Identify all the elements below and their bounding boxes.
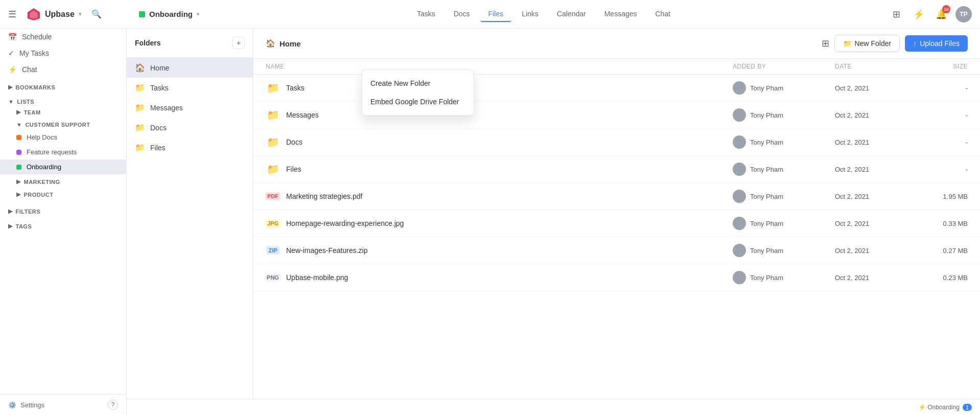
folder-icon: 📁 [266, 162, 280, 176]
user-avatar-small [733, 190, 746, 203]
file-name: Tasks [286, 84, 305, 92]
top-nav-right: ⊞ ⚡ 🔔 10 TP [888, 6, 972, 22]
view-toggle-button[interactable]: ⊞ [822, 38, 829, 49]
folder-item-docs[interactable]: 📁 Docs [127, 118, 253, 137]
notification-badge: 10 [942, 5, 950, 13]
sidebar-section-lists: ▼ Lists [0, 93, 126, 107]
filters-header[interactable]: ▶ Filters [8, 208, 118, 215]
feature-requests-color [16, 150, 21, 155]
marketing-chevron: ▶ [16, 178, 21, 185]
size-cell: 1.95 MB [917, 193, 968, 200]
search-icon[interactable]: 🔍 [91, 9, 102, 19]
size-cell: - [917, 139, 968, 146]
table-row[interactable]: 📁 Docs Tony Pham Oct 2, 2021 - [253, 129, 980, 156]
file-name: Homepage-rewarding-experience.jpg [286, 219, 404, 227]
table-row[interactable]: 📁 Files Tony Pham Oct 2, 2021 - [253, 156, 980, 183]
customer-support-header[interactable]: ▼ CUSTOMER SUPPORT [0, 122, 126, 130]
tags-chevron: ▶ [8, 223, 13, 229]
tags-header[interactable]: ▶ Tags [8, 223, 118, 229]
workspace-color-dot [139, 11, 145, 17]
sidebar-item-help-docs[interactable]: Help Docs [0, 130, 126, 145]
size-cell: 0.33 MB [917, 220, 968, 227]
product-header[interactable]: ▶ PRODUCT [0, 191, 126, 200]
lists-header[interactable]: ▼ Lists [8, 99, 118, 105]
sidebar-item-my-tasks[interactable]: ✓ My Tasks [0, 45, 126, 61]
table-row[interactable]: PDF Marketing strategies.pdf Tony Pham O… [253, 183, 980, 210]
bookmarks-header[interactable]: ▶ Bookmarks [8, 84, 118, 90]
user-name: Tony Pham [750, 166, 783, 173]
tab-calendar[interactable]: Calendar [549, 7, 594, 22]
app-name-chevron: ▾ [79, 11, 81, 17]
sidebar-section-tags: ▶ Tags [0, 217, 126, 232]
product-chevron: ▶ [16, 191, 21, 198]
tab-docs[interactable]: Docs [446, 7, 478, 22]
table-row[interactable]: JPG Homepage-rewarding-experience.jpg To… [253, 210, 980, 237]
file-name: Files [286, 165, 301, 173]
file-name-cell: 📁 Tasks [266, 81, 733, 95]
embed-google-drive-menu-item[interactable]: Embed Google Drive Folder [362, 93, 474, 111]
sidebar-item-onboarding[interactable]: Onboarding [0, 159, 126, 174]
tab-files[interactable]: Files [480, 7, 512, 22]
top-navigation: ☰ Upbase ▾ 🔍 Onboarding ▾ Tasks Docs Fil… [0, 0, 980, 29]
messages-folder-icon: 📁 [135, 103, 145, 112]
folder-item-tasks[interactable]: 📁 Tasks [127, 78, 253, 98]
user-cell: Tony Pham [733, 163, 835, 176]
sidebar: 📅 Schedule ✓ My Tasks ⚡ Chat ▶ Bookmarks… [0, 29, 127, 415]
new-folder-button[interactable]: 📁 New Folder [834, 35, 900, 52]
user-avatar[interactable]: TP [955, 6, 972, 22]
workspace-chevron[interactable]: ▾ [197, 11, 199, 17]
sidebar-chat-label: Chat [22, 65, 37, 74]
svg-point-9 [735, 171, 743, 176]
file-name: New-images-Features.zip [286, 246, 368, 255]
settings-label: Settings [20, 401, 44, 409]
feature-requests-label: Feature requests [27, 148, 77, 156]
table-row[interactable]: ZIP New-images-Features.zip Tony Pham Oc… [253, 237, 980, 264]
zip-file-icon: ZIP [266, 243, 280, 258]
user-avatar-small [733, 163, 746, 176]
file-name: Messages [286, 111, 319, 119]
upload-files-button[interactable]: ↑ Upload Files [905, 35, 968, 52]
settings-button[interactable]: ⚙️ Settings [8, 401, 44, 409]
hamburger-icon[interactable]: ☰ [8, 9, 16, 20]
sidebar-schedule-label: Schedule [22, 33, 52, 41]
svg-point-3 [735, 90, 743, 95]
onboarding-label: Onboarding [27, 163, 61, 171]
docs-folder-icon: 📁 [135, 123, 145, 132]
size-cell: 0.27 MB [917, 247, 968, 255]
main-layout: 📅 Schedule ✓ My Tasks ⚡ Chat ▶ Bookmarks… [0, 29, 980, 415]
tab-messages[interactable]: Messages [596, 7, 645, 22]
customer-support-label: CUSTOMER SUPPORT [25, 122, 90, 128]
marketing-header[interactable]: ▶ MARKETING [0, 178, 126, 187]
col-added-by: ADDED BY [733, 63, 835, 70]
folder-tasks-label: Tasks [150, 84, 169, 92]
notification-bell[interactable]: 🔔 10 [933, 6, 949, 22]
app-logo: Upbase ▾ [27, 7, 81, 21]
grid-icon[interactable]: ⊞ [888, 6, 904, 22]
tab-links[interactable]: Links [514, 7, 547, 22]
create-new-folder-menu-item[interactable]: Create New Folder [362, 74, 474, 93]
folders-add-button[interactable]: + [232, 37, 245, 49]
status-bar: ⚡ Onboarding 1 [127, 399, 980, 415]
file-name: Docs [286, 138, 302, 146]
date-cell: Oct 2, 2021 [835, 111, 917, 119]
folder-docs-label: Docs [150, 124, 167, 132]
workspace-name[interactable]: Onboarding [149, 10, 193, 18]
svg-point-16 [737, 274, 742, 279]
tab-chat[interactable]: Chat [647, 7, 679, 22]
help-button[interactable]: ? [108, 400, 118, 410]
file-name-cell: ZIP New-images-Features.zip [266, 243, 733, 258]
file-name-cell: 📁 Messages [266, 108, 733, 122]
sidebar-item-chat[interactable]: ⚡ Chat [0, 61, 126, 78]
files-folder-icon: 📁 [135, 143, 145, 152]
folder-item-home[interactable]: 🏠 Home [127, 58, 253, 78]
sidebar-item-schedule[interactable]: 📅 Schedule [0, 29, 126, 45]
folder-item-files[interactable]: 📁 Files [127, 137, 253, 157]
team-header[interactable]: ▶ TEAM [0, 109, 126, 118]
file-name-cell: PNG Upbase-mobile.png [266, 270, 733, 285]
sidebar-item-feature-requests[interactable]: Feature requests [0, 145, 126, 159]
file-name-cell: JPG Homepage-rewarding-experience.jpg [266, 216, 733, 230]
folder-item-messages[interactable]: 📁 Messages [127, 98, 253, 118]
tab-tasks[interactable]: Tasks [409, 7, 444, 22]
lightning-icon[interactable]: ⚡ [911, 6, 927, 22]
table-row[interactable]: PNG Upbase-mobile.png Tony Pham Oct 2, 2… [253, 264, 980, 291]
